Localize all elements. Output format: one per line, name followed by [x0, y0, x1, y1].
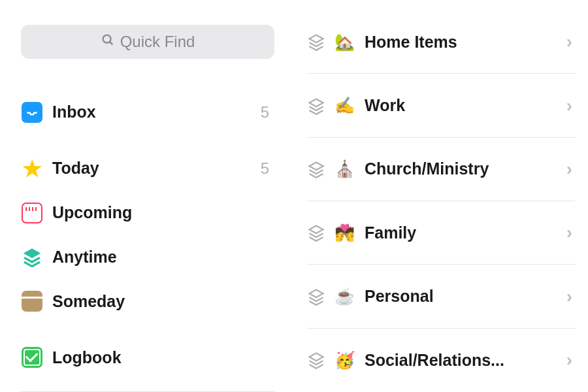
nav-today-count: 5 [261, 159, 274, 178]
area-icon [307, 287, 325, 306]
area-emoji: ☕ [335, 287, 355, 306]
quick-find-placeholder: Quick Find [120, 33, 195, 51]
area-icon [307, 33, 325, 51]
area-emoji: 💏 [335, 223, 355, 242]
logbook-icon [21, 346, 43, 368]
area-emoji: ⛪ [335, 159, 355, 178]
area-row-social[interactable]: 🥳 Social/Relations... › [307, 329, 575, 392]
areas-list: 🏡 Home Items › ✍️ Work › ⛪ Church/Minist… [287, 0, 588, 392]
chevron-right-icon: › [566, 286, 575, 307]
calendar-icon [21, 202, 43, 224]
area-label: Home Items [365, 33, 557, 52]
nav-someday[interactable]: Someday [21, 279, 274, 323]
nav-logbook-label: Logbook [52, 348, 274, 367]
area-emoji: 🏡 [335, 33, 355, 52]
svg-line-1 [110, 42, 112, 44]
area-icon [307, 97, 325, 115]
nav-anytime-label: Anytime [52, 248, 274, 267]
area-icon [307, 223, 325, 242]
svg-point-0 [103, 35, 110, 43]
inbox-icon [21, 101, 43, 123]
area-row-church-ministry[interactable]: ⛪ Church/Ministry › [307, 138, 575, 201]
nav-upcoming[interactable]: Upcoming [21, 191, 274, 235]
nav-upcoming-label: Upcoming [52, 203, 274, 222]
sidebar: Quick Find Inbox 5 ★ Today 5 Upcoming An… [0, 0, 287, 392]
chevron-right-icon: › [566, 159, 575, 180]
area-emoji: ✍️ [335, 96, 355, 115]
archive-icon [21, 290, 43, 312]
area-icon [307, 160, 325, 178]
area-label: Work [365, 96, 557, 115]
layers-icon [21, 246, 43, 268]
area-row-home-items[interactable]: 🏡 Home Items › [307, 10, 575, 74]
search-icon [101, 33, 115, 51]
area-row-personal[interactable]: ☕ Personal › [307, 265, 575, 328]
area-label: Family [365, 223, 557, 242]
area-label: Personal [365, 287, 557, 306]
quick-find-input[interactable]: Quick Find [21, 25, 274, 59]
chevron-right-icon: › [566, 31, 575, 52]
nav-today[interactable]: ★ Today 5 [21, 146, 274, 191]
nav-inbox-count: 5 [261, 103, 274, 122]
area-row-family[interactable]: 💏 Family › [307, 201, 575, 265]
chevron-right-icon: › [566, 222, 575, 243]
chevron-right-icon: › [566, 350, 575, 370]
nav-logbook[interactable]: Logbook [21, 335, 274, 380]
area-emoji: 🥳 [335, 351, 355, 370]
nav-today-label: Today [52, 159, 252, 178]
area-row-work[interactable]: ✍️ Work › [307, 74, 575, 137]
chevron-right-icon: › [566, 95, 575, 116]
area-label: Social/Relations... [365, 351, 557, 370]
nav-someday-label: Someday [52, 292, 274, 311]
nav-inbox-label: Inbox [52, 103, 252, 122]
area-label: Church/Ministry [365, 159, 557, 178]
star-icon: ★ [21, 157, 43, 180]
nav-anytime[interactable]: Anytime [21, 235, 274, 279]
nav-inbox[interactable]: Inbox 5 [21, 90, 274, 135]
area-icon [307, 351, 325, 369]
